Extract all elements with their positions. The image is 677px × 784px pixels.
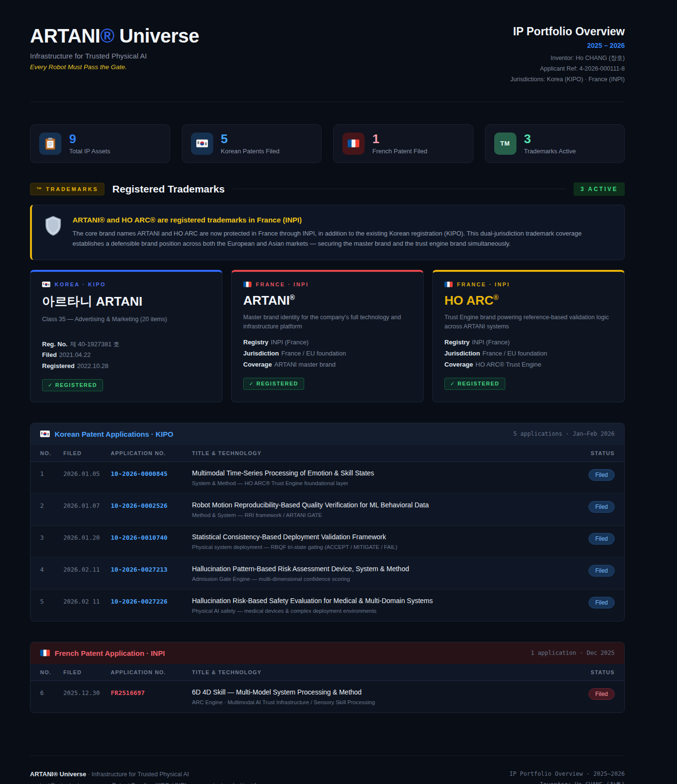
region-label: FRANCE · INPI — [243, 281, 412, 287]
shield-icon — [44, 216, 62, 238]
trademarks-section-heading: ™ TRADEMARKS Registered Trademarks 3 ACT… — [30, 182, 625, 196]
korean-table-header: Korean Patent Applications · KIPO 5 appl… — [30, 423, 624, 445]
detail-row: CoverageARTANI master brand — [243, 359, 412, 370]
status-cell: Filed — [566, 565, 615, 577]
korea-flag-icon — [40, 430, 50, 437]
detail-label: Jurisdiction — [243, 350, 279, 357]
col-no: NO. — [40, 450, 63, 456]
region-text: KOREA · KIPO — [55, 281, 106, 287]
page-header: ARTANI® Universe Infrastructure for Trus… — [30, 25, 625, 85]
footer-right: IP Portfolio Overview · 2025–2026 Invent… — [510, 769, 625, 784]
patent-title: 6D 4D Skill — Multi-Model System Process… — [192, 688, 566, 696]
patent-row: 62025.12.30FR25166976D 4D Skill — Multi-… — [30, 681, 624, 712]
table-title: French Patent Application · INPI — [40, 649, 165, 657]
patent-technology: ARC Engine · Multimodal AI Trust Infrast… — [192, 699, 566, 705]
detail-value: INPI (France) — [472, 339, 510, 346]
applicant-ref-line: Applicant Ref: 4-2026-000111-8 — [510, 64, 625, 74]
page: ARTANI® Universe Infrastructure for Trus… — [30, 0, 625, 784]
patent-title-cell: Robot Motion Reproducibility-Based Quali… — [192, 501, 566, 518]
patent-title-cell: Hallucination Risk-Based Safety Evaluati… — [192, 597, 566, 614]
detail-label: Jurisdiction — [444, 350, 480, 357]
application-number: FR2516697 — [111, 688, 192, 696]
row-number: 6 — [40, 688, 63, 696]
region-text: FRANCE · INPI — [256, 281, 309, 287]
stat-label: Total IP Assets — [69, 148, 110, 155]
status-cell: Filed — [566, 469, 615, 481]
trademark-details: RegistryINPI (France) JurisdictionFrance… — [444, 337, 613, 370]
period-label: 2025 – 2026 — [510, 42, 625, 49]
col-status: STATUS — [566, 669, 615, 675]
patent-technology: Physical system deployment — RBQF tri-st… — [192, 544, 566, 550]
detail-value: 2022.10.28 — [77, 362, 108, 370]
footer-brand-suffix: · Infrastructure for Trusted Physical AI — [86, 771, 189, 778]
col-application-no: APPLICATION NO. — [111, 450, 192, 456]
patent-row: 12026.01.0510-2026-0000845Multimodal Tim… — [30, 462, 624, 494]
stats-row: 9 Total IP Assets 5 Korean Patents Filed… — [30, 124, 625, 163]
trademark-banner: ARTANI® and HO ARC® are registered trade… — [30, 205, 625, 260]
detail-label: Reg. No. — [42, 340, 68, 348]
detail-row: CoverageHO ARC® Trust Engine — [444, 359, 613, 370]
active-count-badge: 3 ACTIVE — [574, 182, 625, 196]
banner-title: ARTANI® and HO ARC® are registered trade… — [73, 216, 609, 224]
stat-card-korean-patents: 5 Korean Patents Filed — [182, 124, 322, 163]
stat-value: 9 — [69, 133, 110, 145]
page-title: IP Portfolio Overview — [510, 25, 625, 38]
patent-row: 22026.01.0710-2026-0002526Robot Motion R… — [30, 494, 624, 526]
col-status: STATUS — [566, 450, 615, 456]
banner-body: The core brand names ARTANI and HO ARC a… — [73, 228, 609, 249]
region-label: KOREA · KIPO — [42, 281, 210, 287]
detail-row: JurisdictionFrance / EU foundation — [243, 348, 412, 359]
detail-row: Filed2021.04.22 — [42, 350, 210, 361]
application-number: 10-2026-0000845 — [111, 469, 192, 477]
detail-label: Registered — [42, 362, 74, 370]
trademark-description: Trust Engine brand powering reference-ba… — [444, 313, 613, 332]
detail-row: RegistryINPI (France) — [444, 337, 613, 348]
detail-label: Registry — [243, 339, 268, 346]
patent-row: 32026.01.2010-2026-0010740Statistical Co… — [30, 526, 624, 558]
table-meta: 1 application · Dec 2025 — [531, 650, 615, 656]
brand-title: ARTANI® Universe — [30, 25, 199, 47]
trademarks-badge: ™ TRADEMARKS — [30, 183, 104, 195]
france-flag-icon — [444, 281, 453, 287]
filed-date: 2026.01.07 — [63, 501, 111, 509]
trademark-card-artani-fr: FRANCE · INPI ARTANI® Master brand ident… — [231, 270, 424, 402]
table-meta: 5 applications · Jan–Feb 2026 — [513, 430, 615, 437]
detail-label: Coverage — [243, 361, 272, 368]
trademark-name: ARTANI — [243, 293, 290, 308]
detail-value: HO ARC® Trust Engine — [475, 361, 541, 368]
status-badge: Filed — [589, 469, 615, 481]
korean-patents-table: Korean Patent Applications · KIPO 5 appl… — [30, 423, 625, 621]
patent-title-cell: Statistical Consistency-Based Deployment… — [192, 533, 566, 550]
footer-brand: ARTANI® Universe — [30, 770, 86, 778]
stat-label: Korean Patents Filed — [221, 148, 280, 155]
footer-inventor-line: Inventor: Ho CHANG (창호) — [510, 779, 625, 784]
registered-mark: ® — [100, 25, 114, 46]
column-headers: NO. FILED APPLICATION NO. TITLE & TECHNO… — [30, 445, 624, 462]
patent-title: Hallucination Pattern-Based Risk Assessm… — [192, 565, 566, 573]
detail-row: Registered2022.10.28 — [42, 361, 210, 372]
brand-block: ARTANI® Universe Infrastructure for Trus… — [30, 25, 199, 71]
inventor-line: Inventor: Ho CHANG (창호) — [510, 53, 625, 64]
trademark-details: Reg. No.제 40-1927381 호 Filed2021.04.22 R… — [42, 339, 210, 372]
status-badge: Filed — [589, 688, 615, 700]
detail-value: 2021.04.22 — [59, 351, 90, 358]
filed-date: 2026.02.11 — [63, 565, 111, 573]
region-text: FRANCE · INPI — [457, 281, 510, 287]
row-number: 2 — [40, 501, 63, 509]
application-number: 10-2026-0027213 — [111, 565, 192, 573]
registered-status-badge: ✓ REGISTERED — [243, 378, 304, 390]
france-flag-icon — [40, 650, 50, 656]
table-title-text: Korean Patent Applications · KIPO — [55, 430, 173, 438]
patent-title-cell: Hallucination Pattern-Based Risk Assessm… — [192, 565, 566, 582]
section-title: Registered Trademarks — [112, 183, 224, 195]
trademark-cards: KOREA · KIPO 아르타니 ARTANI Class 35 — Adve… — [30, 270, 625, 402]
table-body: 12026.01.0510-2026-0000845Multimodal Tim… — [30, 462, 624, 621]
trademark-title: 아르타니 ARTANI — [42, 293, 210, 310]
detail-row: JurisdictionFrance / EU foundation — [444, 348, 613, 359]
french-table-header: French Patent Application · INPI 1 appli… — [30, 642, 624, 664]
korea-flag-icon — [191, 133, 213, 155]
patent-title: Hallucination Risk-Based Safety Evaluati… — [192, 597, 566, 605]
trademark-description: Master brand identity for the company's … — [243, 313, 412, 332]
france-flag-icon — [243, 281, 251, 287]
stat-card-total-ip: 9 Total IP Assets — [30, 124, 170, 163]
